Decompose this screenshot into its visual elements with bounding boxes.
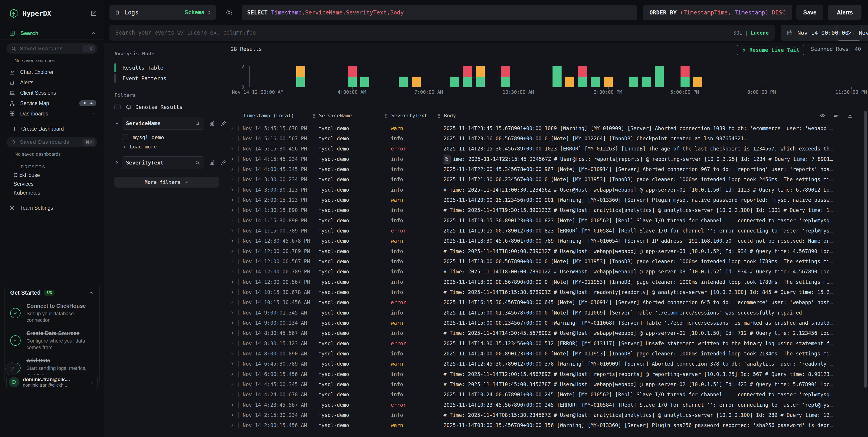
code-icon[interactable] xyxy=(819,112,826,119)
table-settings-icon[interactable] xyxy=(833,112,839,119)
table-row[interactable]: Nov 14 12:00:00.567 PMmysql-demoinfo2025… xyxy=(227,256,862,266)
expand-row-icon[interactable] xyxy=(230,157,235,161)
expand-row-icon[interactable] xyxy=(230,362,235,366)
alerts-button[interactable]: Alerts xyxy=(828,5,862,20)
more-filters-button[interactable]: More filters xyxy=(115,177,219,188)
get-started-item[interactable]: Create Data SourcesConfigure where your … xyxy=(10,330,94,351)
histogram-bar[interactable] xyxy=(348,66,356,87)
sidebar-item-dashboards[interactable]: Dashboards xyxy=(0,108,104,119)
table-row[interactable]: Nov 14 12:30:45.678 PMmysql-demowarn2025… xyxy=(227,236,862,246)
filter-group-search-input[interactable]: SeverityText xyxy=(122,156,204,169)
help-button[interactable]: ? xyxy=(5,363,19,375)
table-row[interactable]: Nov 14 2:15:30.234 AMmysql-demoinfo# Tim… xyxy=(227,410,862,420)
column-header-severitytext[interactable]: SeverityText xyxy=(391,113,427,119)
expand-row-icon[interactable] xyxy=(230,167,235,171)
table-row[interactable]: Nov 14 3:00:30.123 PMmysql-demoinfo# Tim… xyxy=(227,184,862,195)
drag-handle-icon[interactable] xyxy=(438,113,440,118)
expand-row-icon[interactable] xyxy=(230,249,235,254)
scrollbar[interactable] xyxy=(864,111,867,433)
table-row[interactable]: Nov 14 8:00:00.890 AMmysql-demoinfo2025-… xyxy=(227,348,862,359)
histogram-bar[interactable] xyxy=(412,77,421,87)
table-row[interactable]: Nov 14 5:16:00.567 PMmysql-demoinfo2025-… xyxy=(227,133,862,143)
sidebar-item-search[interactable]: Search xyxy=(0,27,104,40)
load-more-button[interactable]: Load more xyxy=(122,144,227,149)
saved-dashboards-input[interactable]: Saved Dashboards ⌘K xyxy=(6,137,97,147)
table-row[interactable]: Nov 14 6:00:15.456 AMmysql-demoinfo# Tim… xyxy=(227,369,862,379)
expand-row-icon[interactable] xyxy=(230,382,235,386)
expand-row-icon[interactable] xyxy=(230,372,235,376)
events-histogram[interactable]: 2 0 xyxy=(249,66,864,87)
sidebar-item-alerts[interactable]: Alerts xyxy=(0,77,104,88)
histogram-bar[interactable] xyxy=(475,66,485,87)
table-row[interactable]: Nov 14 5:45:15.678 PMmysql-demowarn2025-… xyxy=(227,123,862,133)
expand-row-icon[interactable] xyxy=(230,392,235,397)
histogram-bar[interactable] xyxy=(603,77,613,87)
histogram-bar[interactable] xyxy=(450,77,459,87)
column-header-timestamp-local-[interactable]: Timestamp (Local) xyxy=(243,113,294,119)
expand-row-icon[interactable] xyxy=(230,290,235,295)
collapse-sidebar-icon[interactable] xyxy=(90,10,97,17)
histogram-bar[interactable] xyxy=(553,66,562,87)
sql-toggle[interactable]: SQL xyxy=(734,30,742,36)
expand-row-icon[interactable] xyxy=(230,423,235,428)
preset-services[interactable]: Services xyxy=(0,178,104,187)
chevron-up-icon[interactable] xyxy=(91,111,96,116)
pin-icon[interactable] xyxy=(220,120,227,127)
histogram-bar[interactable] xyxy=(501,66,510,87)
table-row[interactable]: Nov 14 9:00:01.345 AMmysql-demoinfo2025-… xyxy=(227,307,862,318)
sidebar-item-service-map[interactable]: Service MapBETA xyxy=(0,98,104,108)
user-menu[interactable]: D dominic.tran@clic... dominic.tran@clic… xyxy=(6,375,98,389)
table-row[interactable]: Nov 14 1:15:00.789 PMmysql-demoerror2025… xyxy=(227,226,862,236)
table-row[interactable]: Nov 14 4:23:45.567 AMmysql-demoerror2025… xyxy=(227,400,862,410)
expand-row-icon[interactable] xyxy=(230,136,235,141)
order-by-input[interactable]: ORDER BY (TimestampTime, Timestamp) DESC xyxy=(643,5,792,20)
histogram-bar[interactable] xyxy=(578,66,587,87)
histogram-bar[interactable] xyxy=(655,66,664,87)
event-search-input[interactable]: Search your events w/ Lucene ex. column:… xyxy=(110,25,775,41)
lucene-toggle[interactable]: Lucene xyxy=(751,30,769,36)
histogram-bar[interactable] xyxy=(296,66,305,87)
chevron-up-icon[interactable] xyxy=(88,290,94,296)
histogram-bar[interactable] xyxy=(463,66,472,87)
table-row[interactable]: Nov 14 12:00:00.567 PMmysql-demoinfo2025… xyxy=(227,277,862,287)
language-toggle[interactable]: SQL|Lucene xyxy=(734,30,769,36)
analysis-mode-event-patterns[interactable]: Event Patterns xyxy=(115,73,227,83)
histogram-bar[interactable] xyxy=(399,77,408,87)
histogram-bar[interactable] xyxy=(591,77,600,87)
sidebar-item-team-settings[interactable]: Team Settings xyxy=(0,196,104,211)
preset-kubernetes[interactable]: Kubernetes xyxy=(0,187,104,196)
table-row[interactable]: Nov 14 1:30:15.890 PMmysql-demoinfo# Tim… xyxy=(227,205,862,215)
denoise-checkbox[interactable] xyxy=(115,104,121,110)
analysis-mode-results-table[interactable]: Results Table xyxy=(115,62,227,73)
scrollbar-thumb[interactable] xyxy=(864,111,867,388)
bar-chart-icon[interactable] xyxy=(209,160,215,166)
histogram-bar[interactable] xyxy=(642,77,651,87)
expand-row-icon[interactable] xyxy=(230,280,235,284)
table-row[interactable]: Nov 14 5:15:30.456 PMmysql-demoerror2025… xyxy=(227,144,862,154)
expand-row-icon[interactable] xyxy=(230,146,235,151)
table-row[interactable]: Nov 14 2:00:15.456 AMmysql-demowarn2025-… xyxy=(227,420,862,431)
table-row[interactable]: Nov 14 6:45:30.789 AMmysql-demowarn2025-… xyxy=(227,359,862,369)
chevron-up-icon[interactable] xyxy=(91,31,96,36)
save-button[interactable]: Save xyxy=(797,5,823,20)
preset-clickhouse[interactable]: ClickHouse xyxy=(0,169,104,178)
histogram-bar[interactable] xyxy=(681,66,689,87)
resume-live-tail-button[interactable]: Resume Live Tail xyxy=(737,45,804,55)
expand-row-icon[interactable] xyxy=(230,188,235,192)
histogram-bar[interactable] xyxy=(693,77,702,87)
expand-row-icon[interactable] xyxy=(230,177,235,182)
histogram-bar[interactable] xyxy=(629,77,638,87)
filter-value-mysql-demo[interactable]: mysql-demo xyxy=(122,134,227,140)
sidebar-item-client-sessions[interactable]: Client Sessions xyxy=(0,88,104,98)
table-row[interactable]: Nov 14 9:00:00.234 AMmysql-demowarn2025-… xyxy=(227,318,862,328)
expand-row-icon[interactable] xyxy=(230,351,235,356)
expand-row-icon[interactable] xyxy=(230,198,235,202)
denoise-results-toggle[interactable]: Denoise Results xyxy=(115,104,227,110)
histogram-bar[interactable] xyxy=(565,77,574,87)
bar-chart-icon[interactable] xyxy=(209,120,215,127)
download-icon[interactable] xyxy=(847,112,853,119)
table-row[interactable]: Nov 14 4:45:00.345 AMmysql-demoinfo# Tim… xyxy=(227,379,862,389)
chevron-down-icon[interactable] xyxy=(115,121,119,126)
presets-toggle[interactable]: PRESETS xyxy=(0,159,104,169)
table-row[interactable]: Nov 14 1:15:30.890 PMmysql-demoinfo2025-… xyxy=(227,215,862,226)
